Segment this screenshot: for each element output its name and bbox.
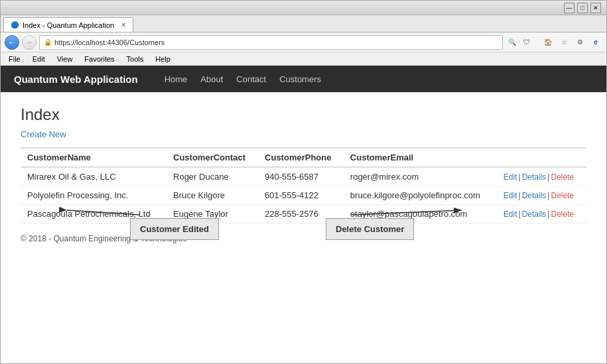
menu-bar: File Edit View Favorites Tools Help xyxy=(1,52,606,66)
col-header-email: CustomerEmail xyxy=(344,148,497,167)
create-new-link[interactable]: Create New xyxy=(21,129,66,139)
back-button[interactable]: ← xyxy=(5,35,19,50)
col-header-actions xyxy=(497,148,586,167)
customers-table: CustomerName CustomerContact CustomerPho… xyxy=(21,147,586,223)
shield-icon: 🛡 xyxy=(520,36,533,49)
star-icon[interactable]: ☆ xyxy=(557,36,571,49)
details-link-0[interactable]: Details xyxy=(522,172,547,182)
menu-edit[interactable]: Edit xyxy=(27,54,50,64)
lock-icon: 🔒 xyxy=(44,38,52,46)
col-header-name: CustomerName xyxy=(21,148,167,167)
menu-tools[interactable]: Tools xyxy=(121,54,149,64)
table-header-row: CustomerName CustomerContact CustomerPho… xyxy=(21,148,586,167)
nav-customers[interactable]: Customers xyxy=(279,74,321,84)
customer-contact-1: Bruce Kilgore xyxy=(167,186,258,205)
customer-email-0: roger@mirex.com xyxy=(344,167,497,186)
col-header-contact: CustomerContact xyxy=(167,148,258,167)
edit-link-2[interactable]: Edit xyxy=(504,210,517,219)
settings-icon[interactable]: ⚙ xyxy=(573,36,586,49)
tab-bar: 🔵 Index - Quantum Application ✕ xyxy=(1,15,606,32)
customer-actions-0: Edit|Details|Delete xyxy=(497,167,586,186)
customer-phone-1: 601-555-4122 xyxy=(258,186,344,205)
col-header-phone: CustomerPhone xyxy=(258,148,344,167)
page-title: Index xyxy=(21,105,586,124)
address-right: 🔍 🛡 xyxy=(506,36,533,49)
tab-close-button[interactable]: ✕ xyxy=(121,21,126,29)
search-icon[interactable]: 🔍 xyxy=(506,36,519,49)
home-icon[interactable]: 🏠 xyxy=(541,36,555,49)
menu-view[interactable]: View xyxy=(52,54,78,64)
details-link-2[interactable]: Details xyxy=(522,210,547,219)
menu-help[interactable]: Help xyxy=(150,54,176,64)
menu-file[interactable]: File xyxy=(3,54,26,64)
customer-name-0: Mirarex Oil & Gas, LLC xyxy=(21,167,167,186)
main-content: Index Create New CustomerName CustomerCo… xyxy=(1,92,606,363)
browser-content: Quantum Web Application Home About Conta… xyxy=(1,66,606,363)
url-text: https://localhost:44306/Customers xyxy=(54,38,165,46)
close-button[interactable]: ✕ xyxy=(590,3,601,13)
customer-actions-2: Edit|Details|Delete xyxy=(497,205,586,223)
app-brand: Quantum Web Application xyxy=(14,74,138,85)
table-row: Polyolefin Processing, Inc. Bruce Kilgor… xyxy=(21,186,586,205)
annotations-overlay xyxy=(1,92,606,363)
forward-button[interactable]: → xyxy=(22,35,36,50)
nav-contact[interactable]: Contact xyxy=(236,74,266,84)
table-row: Pascagoula Petrochemicals, Ltd Eugene Ta… xyxy=(21,205,586,223)
browser-window: — □ ✕ 🔵 Index - Quantum Application ✕ ← … xyxy=(0,0,607,364)
minimize-button[interactable]: — xyxy=(564,3,574,13)
tab-favicon: 🔵 xyxy=(11,21,19,29)
details-link-1[interactable]: Details xyxy=(522,191,547,200)
table-row: Mirarex Oil & Gas, LLC Roger Ducane 940-… xyxy=(21,167,586,186)
delete-customer-callout: Delete Customer xyxy=(326,218,414,240)
nav-about[interactable]: About xyxy=(200,74,223,84)
url-input[interactable]: 🔒 https://localhost:44306/Customers xyxy=(39,35,503,50)
ie-icon: e xyxy=(589,36,602,49)
customer-email-1: bruce.kilgore@polyolefinproc.com xyxy=(344,186,497,205)
customer-contact-0: Roger Ducane xyxy=(167,167,258,186)
menu-favorites[interactable]: Favorites xyxy=(79,54,119,64)
edit-link-1[interactable]: Edit xyxy=(504,191,517,200)
browser-tab[interactable]: 🔵 Index - Quantum Application ✕ xyxy=(3,17,133,32)
home-icons: 🏠 ☆ ⚙ e xyxy=(541,36,602,49)
nav-home[interactable]: Home xyxy=(165,74,188,84)
customer-actions-1: Edit|Details|Delete xyxy=(497,186,586,205)
tab-title: Index - Quantum Application xyxy=(23,21,114,29)
edit-link-0[interactable]: Edit xyxy=(504,172,517,182)
customer-name-1: Polyolefin Processing, Inc. xyxy=(21,186,167,205)
window-controls: — □ ✕ xyxy=(564,3,601,13)
delete-link-1[interactable]: Delete xyxy=(551,191,574,200)
delete-link-2[interactable]: Delete xyxy=(551,210,574,219)
delete-link-0[interactable]: Delete xyxy=(551,172,574,182)
footer: © 2018 - Quantum Engineering & Technolog… xyxy=(21,234,586,243)
customer-phone-0: 940-555-6587 xyxy=(258,167,344,186)
app-navbar: Quantum Web Application Home About Conta… xyxy=(1,66,606,92)
title-bar: — □ ✕ xyxy=(1,1,606,15)
customer-edited-callout: Customer Edited xyxy=(130,218,219,240)
maximize-button[interactable]: □ xyxy=(577,3,588,13)
address-bar: ← → 🔒 https://localhost:44306/Customers … xyxy=(1,32,606,52)
